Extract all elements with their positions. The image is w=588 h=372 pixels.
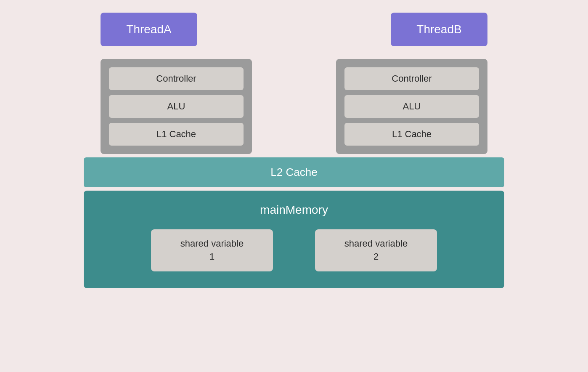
- cpu-a: Controller ALU L1 Cache: [101, 59, 252, 154]
- l2-cache: L2 Cache: [84, 157, 504, 187]
- thread-b-label: ThreadB: [416, 23, 461, 36]
- thread-b-box: ThreadB: [391, 13, 487, 46]
- alu-a: ALU: [109, 95, 244, 118]
- thread-a-label: ThreadA: [126, 23, 171, 36]
- l1-cache-a: L1 Cache: [109, 123, 244, 146]
- shared-var-2: shared variable2: [315, 229, 437, 271]
- controller-a: Controller: [109, 67, 244, 90]
- main-memory: mainMemory shared variable1 shared varia…: [84, 191, 504, 288]
- l1-cache-b: L1 Cache: [344, 123, 479, 146]
- threads-row: ThreadA ThreadB: [84, 13, 504, 46]
- shared-vars-row: shared variable1 shared variable2: [101, 229, 487, 271]
- cpus-row: Controller ALU L1 Cache Controller ALU L…: [84, 59, 504, 154]
- cpu-b: Controller ALU L1 Cache: [336, 59, 487, 154]
- alu-b: ALU: [344, 95, 479, 118]
- diagram-container: ThreadA ThreadB Controller ALU L1 Cache …: [84, 13, 504, 288]
- shared-var-1: shared variable1: [151, 229, 273, 271]
- main-memory-label: mainMemory: [260, 203, 328, 217]
- thread-a-box: ThreadA: [101, 13, 197, 46]
- controller-b: Controller: [344, 67, 479, 90]
